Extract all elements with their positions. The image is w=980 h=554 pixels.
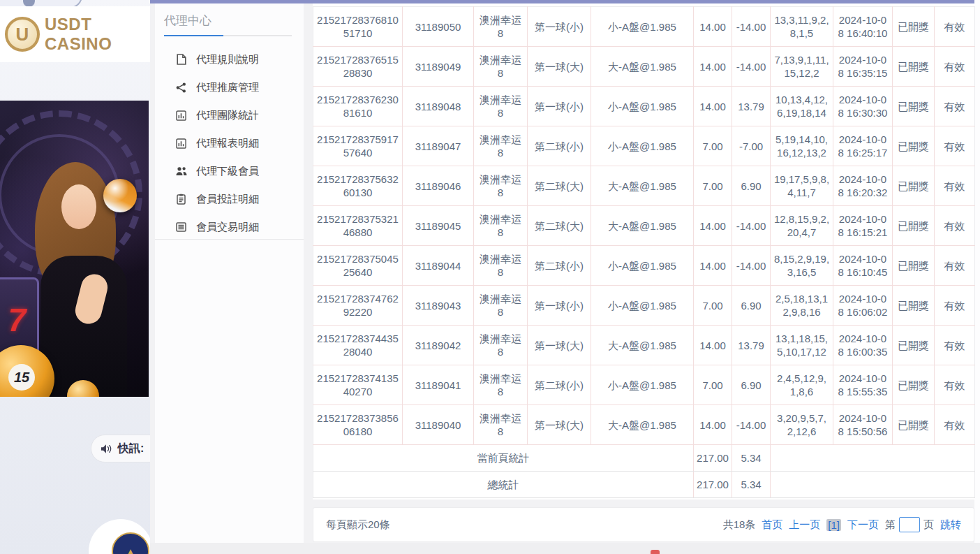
table-cell: 5,19,14,10,16,12,13,2 (771, 126, 833, 166)
table-cell: 2024-10-08 15:50:56 (833, 405, 893, 445)
sidebar-item-bet-detail[interactable]: 會員投註明細 (155, 185, 304, 213)
next-page-link[interactable]: 下一页 (847, 518, 879, 532)
table-cell: -7.00 (732, 126, 771, 166)
table-cell: 3,20,9,5,7,2,12,6 (771, 405, 833, 445)
members-icon (175, 166, 187, 176)
table-cell: 小-A盤@1.985 (591, 7, 694, 47)
sidebar-item-transaction-detail[interactable]: 會員交易明細 (155, 213, 304, 241)
jump-suffix-label: 页 (923, 518, 934, 532)
table-cell: 已開獎 (893, 166, 935, 206)
table-cell: 已開獎 (893, 47, 935, 87)
table-cell: 第一球(小) (528, 87, 591, 126)
table-cell: 澳洲幸运8 (474, 206, 528, 246)
table-row: 215217283753214688031189045澳洲幸运8第二球(大)大-… (313, 206, 975, 246)
table-cell: 2152172837413540270 (313, 365, 403, 405)
pagination-bar: 每頁顯示20條 共18条 首页 上一页 [1] 下一页 第 页 跳转 (313, 507, 974, 542)
brand-logo[interactable]: USDT CASINO (45, 15, 150, 54)
bet-table-body: 215217283768105171031189050澳洲幸运8第一球(小)小-… (313, 7, 975, 498)
table-cell: 已開獎 (893, 246, 935, 286)
table-cell: 有效 (935, 87, 975, 126)
table-cell: 2024-10-08 16:00:35 (833, 326, 893, 365)
current-page-indicator[interactable]: [1] (826, 519, 841, 531)
table-cell: 第二球(小) (528, 126, 591, 166)
table-cell: 澳洲幸运8 (474, 47, 528, 87)
sidebar-title: 代理中心 (155, 3, 304, 29)
summary-winloss: 5.34 (732, 472, 771, 498)
table-cell: 大-A盤@1.985 (591, 326, 694, 365)
sidebar-item-label: 會員投註明細 (196, 193, 259, 206)
table-cell: 有效 (935, 206, 975, 246)
table-cell: 已開獎 (893, 126, 935, 166)
table-cell: 13.79 (732, 326, 771, 365)
promo-banner: 7 15 (0, 101, 149, 397)
bottom-circle-logo: ▲ (89, 519, 153, 554)
table-cell: -14.00 (732, 246, 771, 286)
table-cell: 大-A盤@1.985 (591, 166, 694, 206)
gold-emblem-icon: ▲ (112, 532, 149, 554)
title-underline (164, 35, 292, 36)
table-cell: -14.00 (732, 405, 771, 445)
prev-page-link[interactable]: 上一页 (789, 518, 820, 532)
page-size-label: 每頁顯示20條 (326, 518, 390, 532)
table-cell: 31189045 (403, 206, 474, 246)
table-cell: 有效 (935, 166, 975, 206)
jump-button[interactable]: 跳转 (940, 518, 961, 532)
table-cell: 第一球(小) (528, 7, 591, 47)
table-cell: 有效 (935, 326, 975, 365)
first-page-link[interactable]: 首页 (762, 518, 782, 532)
table-cell: 澳洲幸运8 (474, 87, 528, 126)
ball-15-label: 15 (8, 364, 35, 391)
table-cell: 12,8,15,9,2,20,4,7 (771, 206, 833, 246)
table-row: 215217283768105171031189050澳洲幸运8第一球(小)小-… (313, 7, 975, 47)
table-cell: 2152172837504525640 (313, 246, 403, 286)
table-cell: 7.00 (694, 365, 732, 405)
table-cell: 已開獎 (893, 405, 935, 445)
slot-seven-label: 7 (8, 301, 26, 339)
sidebar-item-team-stats[interactable]: 代理團隊統計 (155, 101, 304, 129)
model-face (61, 184, 96, 229)
table-row: 215217283744352804031189042澳洲幸运8第一球(大)大-… (313, 326, 975, 365)
usdt-emblem-icon: U (5, 17, 40, 52)
table-cell: 澳洲幸运8 (474, 286, 528, 326)
share-icon (175, 82, 187, 93)
jump-page-input[interactable] (899, 517, 920, 532)
table-cell: 31189044 (403, 246, 474, 286)
sidebar-card: 代理中心 代理規則說明代理推廣管理代理團隊統計代理報表明細代理下級會員會員投註明… (155, 3, 304, 240)
table-cell: 2024-10-08 16:06:02 (833, 286, 893, 326)
table-cell: 13.79 (732, 87, 771, 126)
table-cell: 31189047 (403, 126, 474, 166)
table-cell: 澳洲幸运8 (474, 166, 528, 206)
table-cell: 2024-10-08 16:25:17 (833, 126, 893, 166)
jump-group: 第 页 (885, 517, 934, 532)
table-row: 215217283759175764031189047澳洲幸运8第二球(小)小-… (313, 126, 975, 166)
sidebar-item-promotion[interactable]: 代理推廣管理 (155, 73, 304, 101)
table-cell: 31189048 (403, 87, 474, 126)
document-icon (175, 54, 187, 65)
table-cell: 31189049 (403, 47, 474, 87)
sidebar-item-report-detail[interactable]: 代理報表明細 (155, 129, 304, 157)
table-cell: 2152172837532146880 (313, 206, 403, 246)
vertical-scrollbar[interactable] (974, 0, 980, 543)
table-cell: 已開獎 (893, 326, 935, 365)
sidebar-item-sub-members[interactable]: 代理下級會員 (155, 157, 304, 185)
table-cell: 2024-10-08 16:15:21 (833, 206, 893, 246)
clipboard-icon (175, 194, 187, 205)
table-cell: 小-A盤@1.985 (591, 87, 694, 126)
table-cell: 已開獎 (893, 87, 935, 126)
table-cell: 2152172837651528830 (313, 47, 403, 87)
summary-amount: 217.00 (694, 472, 732, 498)
table-cell: 14.00 (694, 47, 732, 87)
table-cell: 7.00 (694, 286, 732, 326)
table-cell: 14.00 (694, 405, 732, 445)
sidebar-item-label: 代理推廣管理 (196, 81, 259, 94)
table-cell: 2152172837443528040 (313, 326, 403, 365)
table-cell: 已開獎 (893, 286, 935, 326)
sidebar-item-label: 代理團隊統計 (196, 109, 259, 122)
bet-records-table: 215217283768105171031189050澳洲幸运8第一球(小)小-… (313, 6, 975, 498)
logo-bar: U USDT CASINO (0, 6, 150, 62)
table-row: 215217283738560618031189040澳洲幸运8第一球(大)大-… (313, 405, 975, 445)
sidebar-item-label: 會員交易明細 (196, 221, 259, 234)
table-cell: 14.00 (694, 7, 732, 47)
sidebar-item-rules[interactable]: 代理規則說明 (155, 45, 304, 73)
table-cell: 31189041 (403, 365, 474, 405)
